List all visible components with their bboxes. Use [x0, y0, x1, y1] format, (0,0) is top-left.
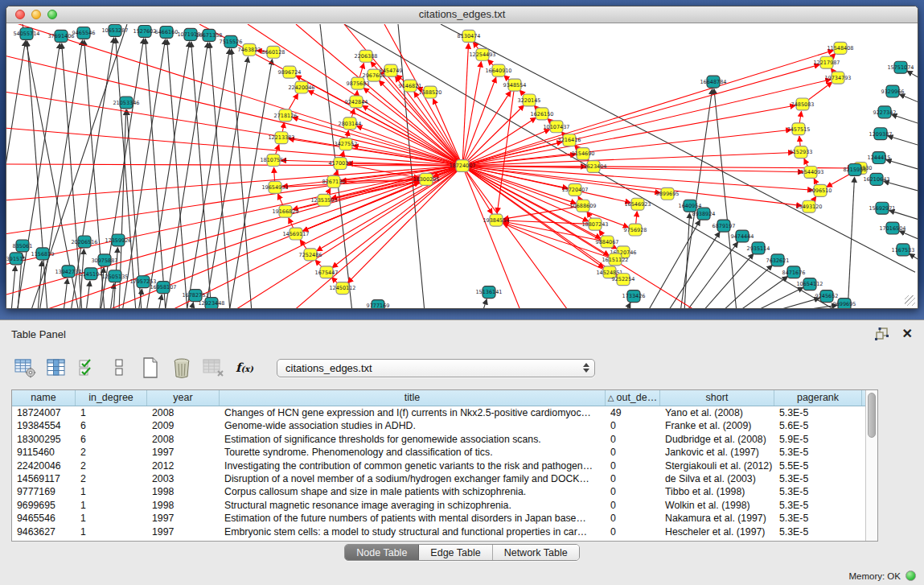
tab-node-table[interactable]: Node Table: [345, 545, 419, 560]
graph-node[interactable]: 7632621: [766, 254, 790, 266]
table-row[interactable]: 1456911722003Disruption of a novel membe…: [12, 472, 865, 485]
graph-node[interactable]: 835061: [13, 240, 33, 252]
graph-node[interactable]: 9465546: [72, 27, 96, 39]
graph-node[interactable]: 7485083: [791, 98, 815, 110]
column-header-in_degree[interactable]: in_degree: [76, 390, 147, 406]
graph-node[interactable]: 19734793: [824, 72, 851, 84]
graph-node[interactable]: 3220145: [518, 94, 541, 106]
graph-node[interactable]: 1244415: [868, 152, 891, 164]
graph-node[interactable]: 15136141: [475, 286, 502, 299]
graph-node[interactable]: 6466160: [155, 26, 179, 38]
column-header-pagerank[interactable]: pagerank: [774, 390, 862, 406]
graph-node[interactable]: 2718126: [274, 109, 298, 122]
table-row[interactable]: 1872400712008Changes of HCN gene express…: [12, 406, 865, 419]
graph-node[interactable]: 9154690: [572, 148, 595, 160]
graph-node[interactable]: 8130474: [458, 30, 481, 42]
delete-rows-trash-icon[interactable]: [170, 356, 194, 380]
graph-node[interactable]: 8471676: [782, 266, 806, 278]
graph-node[interactable]: 17359926: [105, 234, 131, 246]
graph-node[interactable]: 20206516: [71, 236, 97, 248]
graph-node[interactable]: 1527602: [133, 25, 157, 37]
show-columns-icon[interactable]: [44, 356, 68, 380]
graph-node[interactable]: 9699695: [833, 299, 856, 308]
minimize-window-button[interactable]: [31, 10, 41, 19]
table-row[interactable]: 946362711997Embryonic stem cells: a mode…: [12, 525, 865, 538]
graph-node[interactable]: 11623404: [580, 161, 606, 173]
graph-node[interactable]: 3216416: [558, 134, 581, 146]
graph-node[interactable]: 9899695: [656, 187, 680, 200]
graph-node[interactable]: 9348554: [503, 79, 527, 91]
graph-node[interactable]: 7457515: [787, 123, 811, 135]
column-header-title[interactable]: title: [220, 390, 606, 406]
zoom-window-button[interactable]: [47, 10, 57, 19]
graph-node[interactable]: 11548408: [827, 42, 853, 54]
graph-node[interactable]: 12450112: [329, 282, 355, 295]
graph-node[interactable]: 9329966: [881, 85, 905, 97]
select-rows-icon[interactable]: [76, 356, 100, 380]
graph-node[interactable]: 8660128: [262, 46, 285, 58]
table-selector-dropdown[interactable]: citations_edges.txt: [277, 359, 595, 377]
citation-network-graph[interactable]: 1872400722063889875683924284428031443427…: [6, 24, 918, 308]
scrollbar-thumb[interactable]: [868, 393, 876, 438]
graph-node[interactable]: 9152933: [790, 146, 813, 159]
graph-node[interactable]: 391519: [6, 253, 26, 265]
graph-node[interactable]: 1626150: [531, 108, 554, 120]
graph-node[interactable]: 15493120: [795, 200, 822, 212]
graph-node[interactable]: 12213383: [268, 132, 294, 144]
table-row[interactable]: 1938455462009Genome-wide association stu…: [12, 419, 865, 432]
table-row[interactable]: 946554611997Estimation of the future num…: [12, 512, 865, 525]
graph-node[interactable]: 1588520: [419, 86, 442, 98]
column-header-year[interactable]: year: [147, 390, 220, 406]
tab-edge-table[interactable]: Edge Table: [419, 545, 492, 560]
graph-node[interactable]: 7252486: [299, 249, 322, 261]
graph-node[interactable]: 12254493: [469, 48, 495, 60]
graph-node[interactable]: 1167533: [892, 244, 915, 256]
graph-node[interactable]: 19166829: [272, 205, 298, 217]
graph-node[interactable]: 16546923: [624, 198, 651, 210]
tab-network-table[interactable]: Network Table: [493, 545, 579, 560]
graph-node[interactable]: 16640910: [485, 64, 511, 76]
function-builder-icon[interactable]: f(x): [232, 356, 257, 380]
graph-node[interactable]: 18107554: [260, 154, 286, 167]
graph-node[interactable]: 1209387: [869, 128, 893, 140]
table-row[interactable]: 911546021997Tourette syndrome. Phenomeno…: [12, 446, 865, 459]
graph-node[interactable]: 19654933: [261, 181, 288, 193]
float-window-icon[interactable]: [875, 328, 889, 340]
graph-node[interactable]: 10688609: [569, 200, 596, 212]
graph-node[interactable]: 4170033: [329, 158, 352, 170]
graph-node[interactable]: 9474444: [731, 230, 754, 242]
graph-node[interactable]: 7463822: [238, 43, 261, 56]
network-view-window[interactable]: citations_edges.txt 18724007220638898756…: [6, 6, 918, 309]
graph-node[interactable]: 15720407: [561, 183, 588, 196]
new-document-icon[interactable]: [138, 356, 162, 380]
table-row[interactable]: 969969511998Structural magnetic resonanc…: [12, 499, 865, 512]
graph-node[interactable]: 21053346: [113, 97, 139, 109]
graph-node[interactable]: 1675447: [315, 266, 339, 278]
graph-node[interactable]: 15692971: [869, 202, 895, 214]
graph-node[interactable]: 9242844: [345, 96, 368, 108]
table-settings-icon[interactable]: [13, 356, 37, 380]
graph-node[interactable]: 9756928: [624, 224, 647, 236]
graph-node[interactable]: 15751074: [887, 61, 914, 73]
table-row[interactable]: 977716911998Corpus callosum shape and si…: [12, 485, 865, 498]
graph-node[interactable]: 16210643: [863, 173, 889, 185]
graph-node[interactable]: 12217987: [813, 56, 840, 68]
graph-node[interactable]: 9777169: [367, 300, 390, 308]
column-header-short[interactable]: short: [660, 390, 774, 406]
graph-node[interactable]: 16648784: [700, 76, 726, 88]
resize-grip-icon[interactable]: [905, 295, 915, 306]
close-panel-icon[interactable]: ✕: [902, 328, 913, 340]
network-canvas[interactable]: 1872400722063889875683924284428031443427…: [6, 24, 918, 308]
graph-node[interactable]: 10653287: [101, 24, 128, 36]
graph-node[interactable]: 9875683: [347, 77, 370, 89]
column-header-out_de[interactable]: △out_de…: [606, 390, 660, 406]
column-header-name[interactable]: name: [12, 390, 76, 406]
graph-node[interactable]: 6879197: [713, 220, 736, 232]
table-row[interactable]: 2242004622012Investigating the contribut…: [12, 459, 865, 472]
graph-node[interactable]: 9227342: [873, 106, 897, 118]
graph-node[interactable]: 7515526: [220, 35, 243, 47]
vertical-scrollbar[interactable]: [865, 390, 877, 541]
table-row[interactable]: 1830029562008Estimation of significance …: [12, 433, 865, 446]
graph-node[interactable]: 2935114: [747, 242, 770, 254]
graph-node[interactable]: 1733426: [622, 290, 646, 303]
